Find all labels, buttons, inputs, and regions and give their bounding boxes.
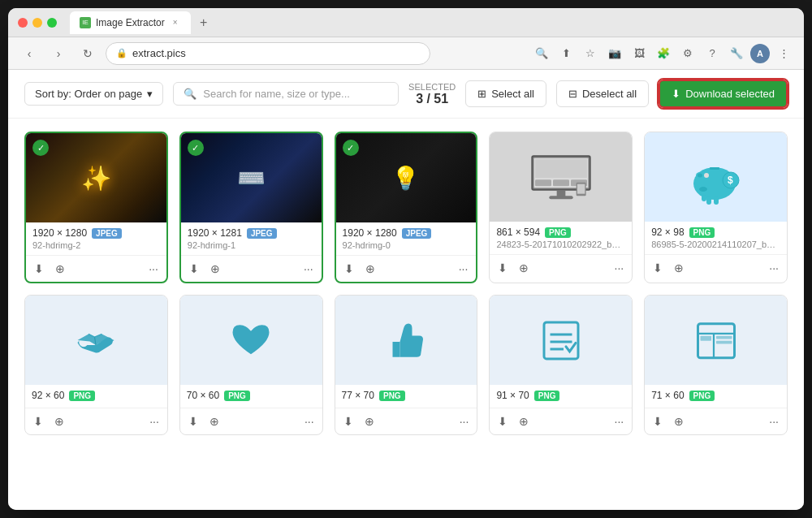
zoom-card-button-10[interactable]: ⊕ (672, 413, 685, 430)
image-card-10[interactable]: 71 × 60 PNG ⬇ ⊕ ··· (644, 295, 788, 435)
tab-favicon: IE (80, 17, 91, 28)
card-info-3: 1920 × 1280 JPEG 92-hdrimg-0 (336, 222, 477, 255)
extension-icon[interactable]: 🧩 (653, 43, 674, 64)
nav-bar: ‹ › ↻ 🔒 extract.pics 🔍 ⬆ ☆ 📷 🖼 🧩 ⚙ ? 🔧 A… (8, 37, 804, 70)
selected-label: SELECTED (408, 82, 456, 92)
download-card-button-10[interactable]: ⬇ (651, 413, 664, 430)
more-card-button-3[interactable]: ··· (457, 261, 470, 277)
new-tab-button[interactable]: + (194, 13, 214, 32)
zoom-card-button-1[interactable]: ⊕ (54, 261, 67, 277)
zoom-card-button-6[interactable]: ⊕ (53, 413, 66, 430)
more-card-button-8[interactable]: ··· (458, 413, 471, 430)
zoom-card-button-3[interactable]: ⊕ (364, 261, 377, 277)
svg-rect-3 (535, 159, 587, 178)
download-card-button-6[interactable]: ⬇ (32, 413, 45, 430)
svg-rect-31 (716, 336, 732, 339)
card-actions-5: ⬇ ⊕ ··· (645, 254, 787, 281)
svg-point-14 (704, 173, 709, 178)
camera-icon[interactable]: 📷 (604, 43, 625, 64)
image-card-3[interactable]: ✓ 1920 × 1280 JPEG 92-hdrimg-0 ⬇ ⊕ ··· (335, 132, 478, 283)
download-selected-button[interactable]: ⬇ Download selected (659, 80, 788, 108)
more-card-button-9[interactable]: ··· (613, 413, 626, 430)
card-actions-2: ⬇ ⊕ ··· (181, 255, 322, 282)
svg-rect-10 (577, 184, 585, 194)
download-card-button-7[interactable]: ⬇ (187, 413, 200, 430)
more-card-button-2[interactable]: ··· (302, 261, 315, 277)
card-dimensions-8: 77 × 70 PNG (342, 390, 471, 401)
minimize-window-button[interactable] (32, 18, 42, 28)
card-actions-3: ⬇ ⊕ ··· (336, 255, 477, 282)
download-card-button-3[interactable]: ⬇ (343, 261, 356, 277)
zoom-card-button-4[interactable]: ⊕ (517, 260, 530, 276)
title-bar: IE Image Extractor × + (8, 8, 804, 37)
card-actions-1: ⬇ ⊕ ··· (26, 255, 166, 282)
download-card-button-8[interactable]: ⬇ (342, 413, 355, 430)
zoom-card-button-2[interactable]: ⊕ (209, 261, 222, 277)
more-card-button-6[interactable]: ··· (148, 413, 161, 430)
card-actions-6: ⬇ ⊕ ··· (25, 408, 167, 434)
download-card-button-2[interactable]: ⬇ (188, 261, 201, 277)
format-badge-3: JPEG (402, 228, 432, 239)
heart-svg (227, 316, 275, 365)
maximize-window-button[interactable] (47, 18, 57, 28)
zoom-card-button-8[interactable]: ⊕ (363, 413, 376, 430)
svg-rect-15 (710, 167, 719, 170)
more-card-button-10[interactable]: ··· (767, 413, 780, 430)
help-icon[interactable]: ? (702, 43, 723, 64)
download-card-button-5[interactable]: ⬇ (651, 260, 664, 276)
address-bar[interactable]: 🔒 extract.pics (106, 42, 430, 65)
sort-dropdown[interactable]: Sort by: Order on page ▾ (24, 82, 163, 106)
dimensions-text-5: 92 × 98 (651, 227, 684, 238)
deselect-all-button[interactable]: ⊟ Deselect all (556, 80, 649, 107)
format-badge-10: PNG (689, 391, 715, 401)
format-badge-6: PNG (69, 391, 95, 401)
image-thumb-6 (25, 296, 167, 385)
search-nav-icon[interactable]: 🔍 (531, 43, 552, 64)
card-dimensions-9: 91 × 70 PNG (496, 390, 625, 401)
download-card-button-9[interactable]: ⬇ (496, 413, 509, 430)
image-card-7[interactable]: 70 × 60 PNG ⬇ ⊕ ··· (179, 295, 323, 435)
select-all-button[interactable]: ⊞ Select all (465, 80, 546, 107)
zoom-card-button-9[interactable]: ⊕ (517, 413, 530, 430)
image-card-1[interactable]: ✓ 1920 × 1280 JPEG 92-hdrimg-2 ⬇ ⊕ ··· (24, 132, 168, 283)
search-icon: 🔍 (184, 88, 197, 100)
forward-button[interactable]: › (47, 42, 70, 65)
more-card-button-7[interactable]: ··· (303, 413, 316, 430)
more-card-button-4[interactable]: ··· (613, 260, 626, 276)
card-actions-10: ⬇ ⊕ ··· (645, 408, 787, 434)
download-card-button-1[interactable]: ⬇ (32, 261, 45, 277)
search-box[interactable]: 🔍 Search for name, size or type... (173, 82, 399, 106)
bookmark-icon[interactable]: ☆ (580, 43, 601, 64)
card-actions-9: ⬇ ⊕ ··· (490, 408, 632, 434)
close-window-button[interactable] (18, 18, 28, 28)
extensions-puzzle-icon[interactable]: 🔧 (726, 43, 747, 64)
zoom-card-button-5[interactable]: ⊕ (672, 260, 685, 276)
image-card-4[interactable]: 861 × 594 PNG 24823-5-20171010202922_b59… (489, 132, 633, 283)
image-card-8[interactable]: 77 × 70 PNG ⬇ ⊕ ··· (335, 295, 478, 435)
download-card-button-4[interactable]: ⬇ (496, 260, 509, 276)
image-thumb-8 (335, 296, 477, 385)
tab-close-button[interactable]: × (170, 17, 181, 28)
image-card-9[interactable]: 91 × 70 PNG ⬇ ⊕ ··· (489, 295, 633, 435)
sort-label: Sort by: Order on page (35, 88, 142, 100)
lock-icon: 🔒 (116, 48, 127, 58)
more-card-button-5[interactable]: ··· (767, 260, 780, 276)
browser-tab[interactable]: IE Image Extractor × (70, 11, 191, 34)
screenshot-icon[interactable]: 🖼 (628, 43, 650, 64)
card-actions-7: ⬇ ⊕ ··· (180, 408, 322, 434)
select-all-label: Select all (491, 88, 534, 100)
more-card-button-1[interactable]: ··· (147, 261, 160, 277)
image-card-2[interactable]: ✓ 1920 × 1281 JPEG 92-hdrimg-1 ⬇ ⊕ ··· (179, 132, 323, 283)
check-badge-3: ✓ (343, 140, 359, 156)
image-card-6[interactable]: 92 × 60 PNG ⬇ ⊕ ··· (24, 295, 168, 435)
image-card-5[interactable]: $ 92 × 98 PNG 86985-5-20 (644, 132, 788, 283)
user-avatar[interactable]: A (750, 44, 770, 63)
svg-text:$: $ (728, 175, 733, 186)
share-icon[interactable]: ⬆ (555, 43, 577, 64)
format-badge-2: JPEG (247, 228, 277, 239)
back-button[interactable]: ‹ (18, 42, 41, 65)
settings-icon[interactable]: ⚙ (677, 43, 698, 64)
menu-icon[interactable]: ⋮ (773, 43, 794, 64)
refresh-button[interactable]: ↻ (76, 42, 99, 65)
zoom-card-button-7[interactable]: ⊕ (208, 413, 221, 430)
